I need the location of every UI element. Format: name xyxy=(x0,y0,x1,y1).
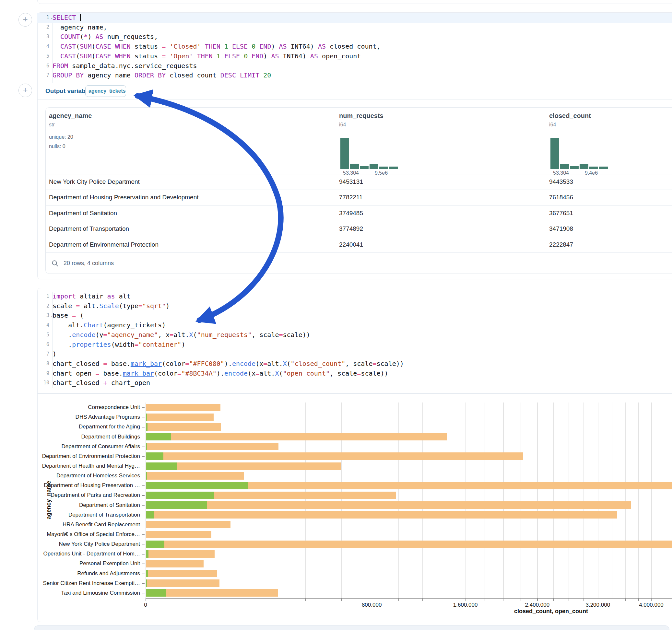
y-axis-tick xyxy=(142,515,145,515)
bar-open xyxy=(146,423,147,431)
axis-tick xyxy=(423,599,423,601)
bar-open xyxy=(146,570,148,577)
y-axis-tick xyxy=(142,456,145,457)
grid-line xyxy=(569,403,569,598)
y-axis-label: Mayorâ€ s Office of Special Enforce… xyxy=(0,531,140,538)
bar-open xyxy=(146,511,154,518)
y-axis-tick xyxy=(142,495,145,495)
grid-line xyxy=(598,403,598,598)
bar-open xyxy=(146,413,147,421)
y-axis-tick xyxy=(142,466,145,466)
y-axis-line xyxy=(146,403,146,598)
axis-tick xyxy=(638,599,639,601)
bar-closed xyxy=(146,570,217,577)
bar-open xyxy=(146,453,163,460)
bar-open xyxy=(146,443,147,450)
x-tick-label: 2,400,000 xyxy=(525,602,550,608)
axis-tick xyxy=(664,599,664,601)
y-axis-label: Personal Exemption Unit xyxy=(0,560,140,567)
y-axis-label: Department for the Aging xyxy=(0,423,140,430)
bar-open xyxy=(146,501,207,509)
grid-line xyxy=(503,403,504,598)
y-axis-tick xyxy=(142,446,145,447)
axis-tick xyxy=(651,599,652,601)
axis-tick xyxy=(465,599,466,601)
bar-closed xyxy=(146,472,244,480)
grid-line xyxy=(465,403,466,598)
grid-line xyxy=(625,403,626,598)
bar-open xyxy=(146,589,166,597)
grid-line xyxy=(638,403,639,598)
axis-tick xyxy=(612,599,612,601)
bar-open xyxy=(146,433,171,440)
axis-tick xyxy=(305,599,306,601)
bar-closed xyxy=(146,521,231,528)
grid-line xyxy=(305,403,306,598)
y-axis-label: Department of Housing Preservation … xyxy=(0,482,140,489)
axis-tick xyxy=(537,599,537,601)
y-axis-tick xyxy=(142,407,145,408)
bar-open xyxy=(146,482,248,489)
x-tick-label: 0 xyxy=(144,602,147,608)
y-axis-label: DHS Advantage Programs xyxy=(0,414,140,420)
x-tick-label: 1,600,000 xyxy=(453,602,478,608)
axis-tick xyxy=(569,599,569,601)
bar-closed xyxy=(146,443,279,450)
bar-open xyxy=(146,472,147,480)
y-axis-tick xyxy=(142,505,145,506)
grid-line xyxy=(423,403,423,598)
y-axis-label: Taxi and Limousine Commission xyxy=(0,590,140,596)
y-axis-label: Refunds and Adjustments xyxy=(0,571,140,577)
y-axis-label: HRA Benefit Card Replacement xyxy=(0,522,140,528)
grid-line xyxy=(485,403,485,598)
grid-line xyxy=(612,403,613,598)
bar-closed xyxy=(146,560,203,567)
axis-tick xyxy=(259,599,259,601)
y-axis-tick xyxy=(142,417,145,417)
bar-closed xyxy=(146,540,672,548)
y-axis-label: Department of Homeless Services xyxy=(0,472,140,479)
y-axis-label: New York City Police Department xyxy=(0,541,140,547)
bar-closed xyxy=(146,501,631,509)
bar-closed xyxy=(146,531,211,538)
bar-open xyxy=(146,492,214,499)
grid-line xyxy=(537,403,538,598)
bar-closed xyxy=(146,433,447,440)
axis-tick xyxy=(625,599,626,601)
bar-open xyxy=(146,540,164,548)
grid-line xyxy=(445,403,446,598)
grid-line xyxy=(341,403,342,598)
y-axis-tick xyxy=(142,574,145,574)
bar-open xyxy=(146,579,147,587)
y-axis-tick xyxy=(142,534,145,535)
y-axis-tick xyxy=(142,427,145,427)
x-tick-label: 3,200,000 xyxy=(585,602,610,608)
grid-line xyxy=(664,403,665,598)
axis-tick xyxy=(598,599,598,601)
grid-line xyxy=(521,403,521,598)
y-axis-label: Department of Health and Mental Hyg… xyxy=(0,463,140,469)
axis-tick xyxy=(372,599,372,601)
axis-tick xyxy=(341,599,342,601)
y-axis-tick xyxy=(142,593,145,593)
y-axis-tick xyxy=(142,583,145,584)
bar-closed xyxy=(146,453,523,460)
y-axis-tick xyxy=(142,476,145,476)
bar-closed xyxy=(146,423,221,431)
grid-line xyxy=(372,403,373,598)
bar-closed xyxy=(146,550,215,558)
bar-closed xyxy=(146,413,214,421)
x-axis-title: closed_count, open_count xyxy=(514,608,588,615)
grid-line xyxy=(583,403,584,598)
notebook-page: { "colors": { "keyword": "#9A26A8", "str… xyxy=(0,0,672,630)
x-axis-line xyxy=(146,598,672,599)
bar-closed xyxy=(146,404,220,411)
y-axis-label: Department of Consumer Affairs xyxy=(0,443,140,450)
bar-closed xyxy=(146,579,219,587)
bar-open xyxy=(146,550,148,558)
bar-open xyxy=(146,462,177,470)
axis-tick xyxy=(583,599,584,601)
axis-tick xyxy=(399,599,399,601)
y-axis-tick xyxy=(142,554,145,554)
grid-line xyxy=(651,403,652,598)
